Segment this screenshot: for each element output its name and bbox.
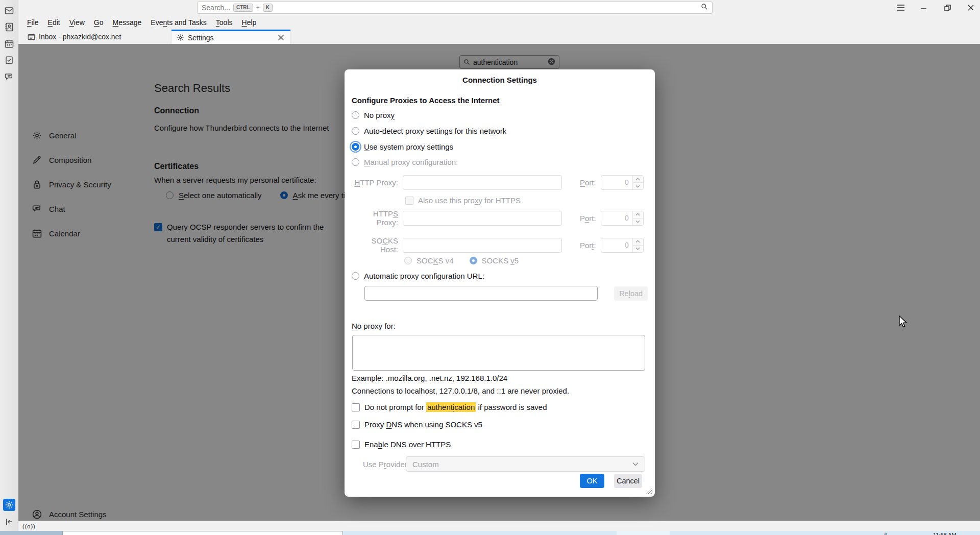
- spinner-icons[interactable]: [632, 211, 643, 225]
- tab-settings-label: Settings: [188, 34, 214, 42]
- auto-url-input[interactable]: [364, 286, 598, 301]
- global-search-input[interactable]: Search... CTRL + K: [197, 2, 713, 14]
- https-proxy-input[interactable]: [403, 211, 562, 226]
- reload-button[interactable]: Reload: [614, 286, 648, 301]
- app-menu-icon[interactable]: [895, 3, 905, 13]
- auth-label-prefix: Do not prompt for: [364, 403, 426, 411]
- no-prompt-auth-checkbox[interactable]: [352, 403, 360, 411]
- enable-doh-checkbox[interactable]: [352, 441, 360, 449]
- close-window-icon[interactable]: [966, 3, 976, 13]
- radio-auto-url[interactable]: [352, 272, 359, 280]
- radio-manual-proxy-label: Manual proxy configuration:: [364, 158, 458, 166]
- mail-space-icon[interactable]: [5, 6, 14, 15]
- radio-use-system-proxy[interactable]: [352, 143, 359, 151]
- tasks-space-icon[interactable]: [5, 56, 14, 65]
- radio-no-proxy-label: No proxy: [364, 111, 395, 119]
- chat-space-icon[interactable]: [5, 72, 14, 82]
- radio-auto-detect[interactable]: [352, 127, 359, 135]
- connection-settings-dialog: Connection Settings Configure Proxies to…: [345, 69, 655, 497]
- also-https-checkbox[interactable]: [405, 197, 413, 205]
- dialog-title: Connection Settings: [345, 76, 655, 84]
- socks-host-label: SOCKS Host:: [352, 236, 398, 254]
- proxy-dns-label: Proxy DNS when using SOCKS v5: [364, 420, 482, 429]
- chevron-down-icon: [632, 462, 639, 466]
- port-label: Port:: [580, 241, 596, 250]
- taskbar-left-segment: [0, 531, 62, 535]
- windows-taskbar-sliver: » 11:58 AM: [0, 531, 980, 535]
- provider-value: Custom: [412, 460, 439, 469]
- auth-label-suffix: if password is saved: [476, 403, 547, 411]
- localhost-note: Connections to localhost, 127.0.0.1/8, a…: [352, 386, 569, 395]
- settings-gear-icon[interactable]: [3, 499, 15, 511]
- network-status-icon: ((o)): [22, 523, 36, 529]
- search-placeholder: Search...: [202, 4, 230, 12]
- status-bar: ((o)): [18, 521, 980, 531]
- radio-no-proxy[interactable]: [352, 111, 359, 119]
- taskbar-clock: 11:58 AM: [933, 532, 957, 535]
- port-label: Port:: [580, 178, 596, 187]
- kbd-plus: +: [256, 4, 260, 11]
- http-port-stepper[interactable]: 0: [601, 175, 644, 190]
- tab-close-icon[interactable]: [276, 33, 285, 42]
- auth-highlight: authentication: [426, 402, 476, 412]
- http-proxy-label: HTTP Proxy:: [352, 178, 398, 187]
- restore-icon[interactable]: [942, 3, 952, 13]
- menu-bar: File Edit View Go Message Events and Tas…: [18, 15, 980, 30]
- title-bar: Search... CTRL + K: [18, 0, 980, 15]
- port-label: Port:: [580, 214, 596, 223]
- enable-doh-label: Enable DNS over HTTPS: [364, 440, 451, 449]
- menu-help[interactable]: Help: [237, 17, 261, 28]
- kbd-k: K: [263, 4, 273, 12]
- https-proxy-label: HTTPS Proxy:: [352, 209, 398, 227]
- spaces-toolbar: [0, 0, 18, 531]
- menu-events-tasks[interactable]: Events and Tasks: [146, 17, 211, 28]
- menu-message[interactable]: Message: [108, 17, 146, 28]
- tab-inbox-label: Inbox - phxazkid@cox.net: [39, 33, 121, 41]
- tab-settings[interactable]: Settings: [172, 30, 290, 44]
- menu-edit[interactable]: Edit: [43, 17, 65, 28]
- address-book-icon[interactable]: [5, 22, 14, 32]
- http-proxy-input[interactable]: [403, 175, 562, 190]
- menu-tools[interactable]: Tools: [211, 17, 237, 28]
- cancel-button[interactable]: Cancel: [614, 474, 642, 488]
- radio-use-system-proxy-label: Use system proxy settings: [364, 142, 453, 151]
- socks-port-stepper[interactable]: 0: [601, 238, 644, 253]
- radio-auto-url-label: Automatic proxy configuration URL:: [364, 272, 484, 280]
- no-prompt-auth-label: Do not prompt for authentication if pass…: [364, 403, 547, 411]
- provider-select[interactable]: Custom: [406, 456, 645, 472]
- calendar-space-icon[interactable]: [5, 39, 14, 48]
- taskbar-chevron-icon[interactable]: »: [884, 531, 887, 535]
- socks-host-input[interactable]: [403, 238, 562, 253]
- search-icon: [701, 3, 708, 12]
- menu-file[interactable]: File: [22, 17, 43, 28]
- radio-socks-v4[interactable]: [404, 257, 412, 264]
- tab-bar: Inbox - phxazkid@cox.net Settings: [18, 30, 980, 44]
- taskbar-search-box[interactable]: [62, 531, 343, 535]
- mouse-cursor: [898, 315, 910, 331]
- example-text: Example: .mozilla.org, .net.nz, 192.168.…: [352, 374, 507, 382]
- no-proxy-for-textarea[interactable]: [352, 335, 645, 371]
- tab-inbox[interactable]: Inbox - phxazkid@cox.net: [22, 30, 148, 44]
- use-provider-label: Use Provider: [363, 460, 407, 469]
- radio-socks-v4-label: SOCKS v4: [416, 256, 454, 265]
- ok-button[interactable]: OK: [580, 474, 604, 488]
- no-proxy-for-label: No proxy for:: [352, 322, 396, 330]
- proxy-dns-checkbox[interactable]: [352, 421, 360, 429]
- menu-view[interactable]: View: [65, 17, 89, 28]
- proxy-heading: Configure Proxies to Access the Internet: [352, 96, 500, 105]
- resize-grip[interactable]: [646, 488, 652, 494]
- minimize-icon[interactable]: [919, 3, 929, 13]
- radio-socks-v5[interactable]: [470, 257, 477, 264]
- spinner-icons[interactable]: [632, 176, 643, 189]
- radio-manual-proxy[interactable]: [352, 158, 359, 166]
- kbd-ctrl: CTRL: [233, 4, 253, 12]
- menu-go[interactable]: Go: [89, 17, 108, 28]
- radio-socks-v5-label: SOCKS v5: [482, 256, 519, 265]
- gear-icon: [177, 34, 184, 41]
- port-value: 0: [601, 176, 632, 189]
- mail-icon: [28, 33, 35, 41]
- https-port-stepper[interactable]: 0: [601, 211, 644, 226]
- collapse-icon[interactable]: [5, 517, 14, 526]
- port-value: 0: [601, 238, 632, 252]
- spinner-icons[interactable]: [632, 238, 643, 252]
